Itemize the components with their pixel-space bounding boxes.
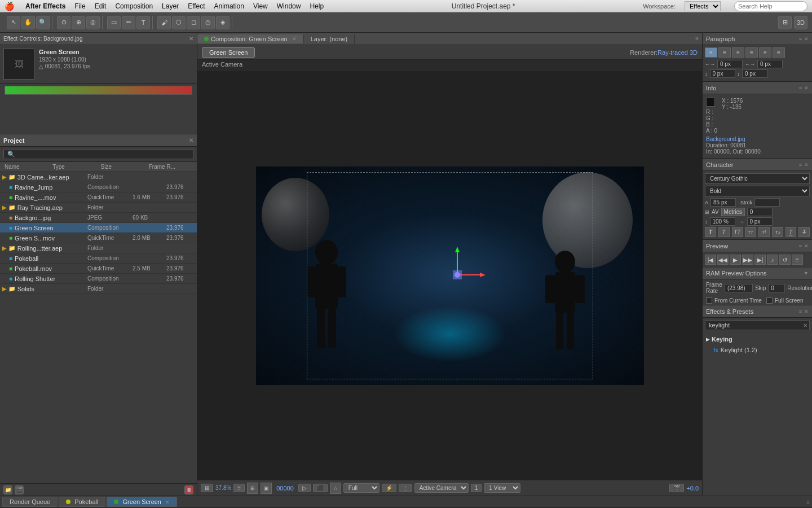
- file-row-background[interactable]: ■ Backgro...jpg JPEG 60 KB: [0, 213, 197, 223]
- timeline-options[interactable]: ≡: [806, 499, 810, 505]
- zoom-tool[interactable]: 🔍: [36, 16, 50, 29]
- preview-opt-btn[interactable]: ≡: [792, 255, 803, 265]
- effects-search-clear[interactable]: ✕: [803, 322, 807, 329]
- frame-rate-input[interactable]: [725, 284, 753, 292]
- fast-preview[interactable]: ⚡: [382, 484, 396, 492]
- puppet-tool[interactable]: ◈: [216, 16, 230, 29]
- effects-search-input[interactable]: [705, 320, 810, 330]
- font-size-input[interactable]: [710, 198, 736, 207]
- file-row-pokeball[interactable]: ■ Pokeball Composition 23.976: [0, 253, 197, 264]
- underline-btn[interactable]: T: [785, 227, 797, 237]
- audio-btn[interactable]: ♪: [767, 255, 778, 265]
- text-tool[interactable]: T: [136, 16, 150, 29]
- apple-menu[interactable]: 🍎: [5, 2, 14, 11]
- file-row-solids[interactable]: ▶ 📁 Solids Folder: [0, 284, 197, 294]
- play-btn[interactable]: ▶: [730, 255, 741, 265]
- camera-select[interactable]: Active Camera: [414, 483, 469, 493]
- play-fwd-btn[interactable]: ▶▶: [742, 255, 753, 265]
- tab-render-queue[interactable]: Render Queue: [2, 497, 58, 507]
- prev-frame-btn[interactable]: ◀◀: [717, 255, 729, 265]
- file-row-3dcamer[interactable]: ▶ 📁 3D Came...ker.aep Folder: [0, 172, 197, 182]
- preview-close[interactable]: ✕: [804, 243, 809, 249]
- paragraph-options[interactable]: ≡: [799, 36, 802, 42]
- menu-composition[interactable]: Composition: [115, 2, 153, 10]
- 3d-btn[interactable]: 3D: [794, 16, 807, 29]
- tab-pokeball[interactable]: Pokeball: [59, 497, 105, 507]
- zoom-toggle[interactable]: ≡: [233, 484, 245, 492]
- select-tool[interactable]: ↖: [7, 16, 20, 29]
- eraser-tool[interactable]: ◻: [187, 16, 200, 29]
- effect-controls-close[interactable]: ✕: [189, 36, 193, 42]
- v-scale-input[interactable]: [710, 217, 735, 226]
- info-options[interactable]: ≡: [799, 85, 802, 91]
- character-options[interactable]: ≡: [799, 162, 802, 168]
- zoom-display[interactable]: 37.8%: [215, 485, 231, 491]
- menu-layer[interactable]: Layer: [162, 2, 179, 10]
- workspace-selector[interactable]: Effects: [685, 1, 721, 11]
- green-screen-tab-close[interactable]: ✕: [165, 500, 170, 505]
- views-select[interactable]: 1 View 2 Views 4 Views: [484, 483, 520, 493]
- comp-tab-close[interactable]: ✕: [292, 36, 297, 42]
- green-screen-btn[interactable]: Green Screen: [202, 47, 255, 58]
- character-close[interactable]: ✕: [804, 162, 809, 168]
- first-frame-btn[interactable]: |◀: [705, 255, 716, 265]
- camera-tool[interactable]: ⊙: [57, 16, 70, 29]
- 3d-btn[interactable]: ☆: [330, 483, 341, 494]
- indent-right-input[interactable]: [757, 60, 783, 68]
- search-input[interactable]: [734, 1, 807, 11]
- menu-window[interactable]: Window: [277, 2, 301, 10]
- stroke-input[interactable]: [754, 198, 780, 207]
- h-scale-input[interactable]: [747, 217, 773, 226]
- file-row-greenscreen[interactable]: ■ Green Screen Composition 23.976: [0, 223, 197, 233]
- metrics-btn[interactable]: Metrics: [721, 208, 745, 216]
- effects-options[interactable]: ≡: [799, 309, 802, 314]
- file-row-raytracing[interactable]: ▶ 📁 Ray Tracing.aep Folder: [0, 203, 197, 213]
- metrics-input[interactable]: [747, 208, 773, 216]
- bold-btn[interactable]: T: [705, 227, 716, 237]
- align-center-btn[interactable]: ≡: [718, 47, 731, 58]
- info-close[interactable]: ✕: [804, 85, 809, 91]
- menu-effect[interactable]: Effect: [188, 2, 205, 10]
- italic-btn[interactable]: T: [718, 227, 730, 237]
- layer-tab[interactable]: Layer: (none): [304, 34, 355, 43]
- space-after-input[interactable]: [742, 69, 767, 78]
- project-search-input[interactable]: [3, 149, 193, 159]
- roto-tool[interactable]: ◷: [201, 16, 215, 29]
- menu-edit[interactable]: Edit: [95, 2, 107, 10]
- keying-group-header[interactable]: ▶ Keying: [703, 334, 812, 345]
- views-btn[interactable]: 1: [471, 484, 482, 492]
- effects-close[interactable]: ✕: [804, 309, 809, 314]
- indent-left-input[interactable]: [717, 60, 743, 68]
- pen-tool[interactable]: ✏: [122, 16, 135, 29]
- new-comp-btn[interactable]: 🎬: [15, 485, 24, 494]
- menu-view[interactable]: View: [253, 2, 268, 10]
- playhead-btn[interactable]: ▷: [298, 484, 311, 492]
- sub-btn[interactable]: T₂: [772, 227, 783, 237]
- space-before-input[interactable]: [710, 69, 735, 78]
- file-row-pokeballmov[interactable]: ■ Pokeball.mov QuickTime 2.5 MB 23.976: [0, 264, 197, 274]
- last-frame-btn[interactable]: ▶|: [754, 255, 766, 265]
- allcaps-btn[interactable]: TT: [732, 227, 743, 237]
- file-row-rolling[interactable]: ▶ 📁 Rolling...tter.aep Folder: [0, 243, 197, 253]
- loop-btn[interactable]: ↺: [779, 255, 791, 265]
- menu-file[interactable]: File: [74, 2, 85, 10]
- style-select[interactable]: Bold Regular Italic: [705, 186, 810, 196]
- brush-tool[interactable]: 🖌: [157, 16, 171, 29]
- snap-btn[interactable]: ⊞: [778, 16, 792, 29]
- color-swatch[interactable]: [706, 98, 715, 107]
- clone-tool[interactable]: ⬡: [172, 16, 186, 29]
- smallcaps-btn[interactable]: TT: [745, 227, 756, 237]
- tab-green-screen[interactable]: Green Screen ✕: [107, 497, 177, 507]
- delete-btn[interactable]: 🗑: [184, 485, 193, 494]
- menu-animation[interactable]: Animation: [214, 2, 244, 10]
- align-left-btn[interactable]: ≡: [705, 47, 717, 58]
- comp-tab-composition[interactable]: Composition: Green Screen ✕: [197, 34, 304, 43]
- pan-tool[interactable]: ⊕: [72, 16, 85, 29]
- file-row-greenscreenmov[interactable]: ■ Green S...mov QuickTime 2.0 MB 23.976: [0, 233, 197, 243]
- orbit-tool[interactable]: ◎: [86, 16, 100, 29]
- font-select[interactable]: Century Gothic: [705, 173, 810, 184]
- hand-tool[interactable]: ✋: [21, 16, 35, 29]
- project-close[interactable]: ✕: [189, 137, 193, 143]
- file-row-rollingshutter[interactable]: ■ Rolling Shutter Composition 23.976: [0, 274, 197, 284]
- quality-btn[interactable]: ⊞: [247, 483, 258, 494]
